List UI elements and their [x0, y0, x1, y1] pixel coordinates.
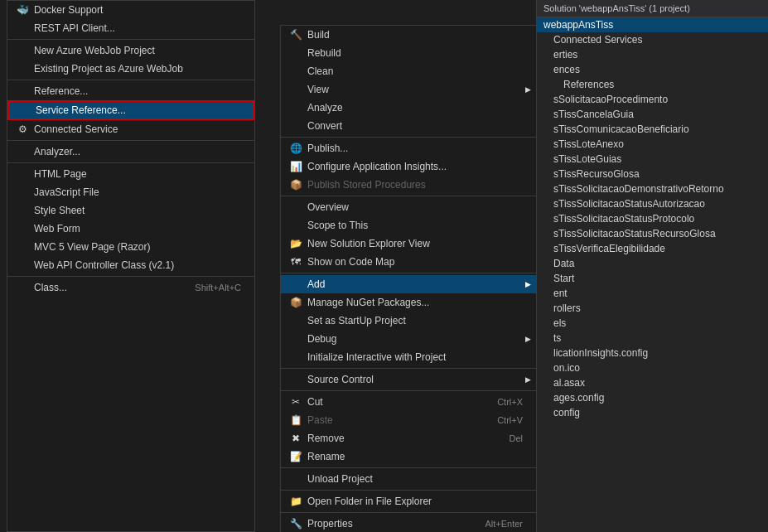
- mid-menu-item-4[interactable]: Analyze: [281, 99, 536, 117]
- mid-shortcut-19: Ctrl+X: [497, 397, 523, 407]
- mid-icon-24: 📁: [287, 496, 304, 507]
- separator-1: [7, 39, 254, 40]
- mid-menu-item-16[interactable]: Debug: [281, 330, 536, 348]
- mid-menu-item-24[interactable]: 📁Open Folder in File Explorer: [281, 492, 536, 510]
- solution-item-7[interactable]: sTissComunicacaoBeneficiario: [537, 122, 768, 137]
- solution-item-5[interactable]: sSolicitacaoProcedimento: [537, 92, 768, 107]
- mid-icon-6: 🌐: [287, 143, 304, 154]
- menu-label-7: Analyzer...: [34, 146, 241, 157]
- solution-item-13[interactable]: sTissSolicitacaoStatusProtocolo: [537, 211, 768, 226]
- solution-item-15[interactable]: sTissVerificaElegibilidade: [537, 241, 768, 256]
- menu-label-14: Class...: [34, 282, 195, 293]
- left-menu-item-13[interactable]: Web API Controller Class (v2.1): [7, 256, 254, 274]
- left-menu-item-2[interactable]: New Azure WebJob Project: [7, 41, 254, 60]
- solution-item-2[interactable]: erties: [537, 47, 768, 62]
- mid-menu-item-18[interactable]: Source Control: [281, 370, 536, 389]
- mid-menu-item-17[interactable]: Initialize Interactive with Project: [281, 348, 536, 366]
- mid-menu-item-19[interactable]: ✂CutCtrl+X: [281, 393, 536, 411]
- project-context-menu: 🔨BuildRebuildCleanViewAnalyzeConvert🌐Pub…: [280, 25, 537, 532]
- mid-icon-14: 📦: [287, 297, 304, 308]
- left-menu-item-4[interactable]: Reference...: [7, 82, 254, 100]
- mid-menu-item-13[interactable]: Add: [281, 275, 536, 293]
- mid-menu-item-9[interactable]: Overview: [281, 198, 536, 216]
- solution-item-12[interactable]: sTissSolicitacaoStatusAutorizacao: [537, 196, 768, 211]
- left-menu-item-10[interactable]: Style Sheet: [7, 201, 254, 220]
- mid-menu-item-5[interactable]: Convert: [281, 117, 536, 135]
- mid-menu-item-8: 📦Publish Stored Procedures: [281, 176, 536, 194]
- mid-label-17: Initialize Interactive with Project: [307, 351, 523, 363]
- mid-menu-item-25[interactable]: 🔧PropertiesAlt+Enter: [281, 515, 536, 532]
- solution-explorer-panel: Solution 'webappAnsTiss' (1 project) web…: [536, 0, 768, 532]
- mid-shortcut-25: Alt+Enter: [485, 519, 523, 529]
- left-menu-item-6[interactable]: ⚙Connected Service: [7, 120, 254, 138]
- left-menu-item-0[interactable]: 🐳Docker Support: [7, 1, 254, 19]
- mid-separator-22: [281, 467, 536, 468]
- mid-menu-item-2[interactable]: Clean: [281, 62, 536, 80]
- mid-icon-20: 📋: [287, 414, 304, 426]
- solution-item-21[interactable]: ts: [537, 331, 768, 346]
- mid-separator-24: [281, 512, 536, 513]
- menu-label-10: Style Sheet: [34, 205, 241, 216]
- separator-6: [7, 140, 254, 141]
- solution-item-20[interactable]: els: [537, 316, 768, 331]
- mid-menu-item-21[interactable]: ✖RemoveDel: [281, 429, 536, 447]
- solution-item-26[interactable]: config: [537, 405, 768, 420]
- mid-separator-18: [281, 390, 536, 391]
- solution-item-17[interactable]: Start: [537, 271, 768, 286]
- solution-item-4[interactable]: References: [537, 77, 768, 92]
- menu-label-9: JavaScript File: [34, 186, 241, 198]
- separator-7: [7, 162, 254, 163]
- mid-menu-item-6[interactable]: 🌐Publish...: [281, 139, 536, 157]
- mid-icon-0: 🔨: [287, 29, 304, 41]
- solution-item-23[interactable]: on.ico: [537, 360, 768, 375]
- mid-label-25: Properties: [307, 518, 485, 530]
- mid-icon-21: ✖: [287, 433, 304, 444]
- solution-item-0[interactable]: webappAnsTiss: [537, 17, 768, 32]
- mid-label-7: Configure Application Insights...: [307, 161, 523, 172]
- solution-item-22[interactable]: licationInsights.config: [537, 346, 768, 360]
- solution-item-24[interactable]: al.asax: [537, 375, 768, 390]
- mid-menu-item-14[interactable]: 📦Manage NuGet Packages...: [281, 293, 536, 312]
- solution-item-16[interactable]: Data: [537, 256, 768, 271]
- left-menu-item-12[interactable]: MVC 5 View Page (Razor): [7, 238, 254, 256]
- menu-label-5: Service Reference...: [36, 104, 239, 116]
- solution-item-8[interactable]: sTissLoteAnexo: [537, 137, 768, 152]
- solution-item-11[interactable]: sTissSolicitacaoDemonstrativoRetorno: [537, 181, 768, 196]
- left-menu-item-11[interactable]: Web Form: [7, 220, 254, 238]
- mid-menu-item-1[interactable]: Rebuild: [281, 44, 536, 62]
- left-menu-item-3[interactable]: Existing Project as Azure WebJob: [7, 60, 254, 78]
- solution-item-14[interactable]: sTissSolicitacaoStatusRecursoGlosa: [537, 226, 768, 241]
- mid-menu-item-12[interactable]: 🗺Show on Code Map: [281, 253, 536, 271]
- mid-icon-25: 🔧: [287, 518, 304, 530]
- mid-menu-item-15[interactable]: Set as StartUp Project: [281, 312, 536, 330]
- mid-menu-item-22[interactable]: 📝Rename: [281, 447, 536, 466]
- solution-item-25[interactable]: ages.config: [537, 390, 768, 405]
- mid-menu-item-23[interactable]: Unload Project: [281, 470, 536, 488]
- solution-item-19[interactable]: rollers: [537, 301, 768, 316]
- mid-menu-item-3[interactable]: View: [281, 80, 536, 99]
- left-menu-item-8[interactable]: HTML Page: [7, 165, 254, 183]
- left-menu-item-14[interactable]: Class...Shift+Alt+C: [7, 278, 254, 297]
- mid-label-19: Cut: [307, 396, 497, 408]
- mid-label-2: Clean: [307, 65, 523, 77]
- menu-label-11: Web Form: [34, 223, 241, 235]
- mid-label-1: Rebuild: [307, 47, 523, 59]
- menu-label-3: Existing Project as Azure WebJob: [34, 63, 241, 75]
- solution-item-10[interactable]: sTissRecursoGlosa: [537, 167, 768, 181]
- mid-label-22: Rename: [307, 451, 523, 462]
- left-menu-item-1[interactable]: REST API Client...: [7, 19, 254, 37]
- solution-item-1[interactable]: Connected Services: [537, 32, 768, 47]
- solution-item-9[interactable]: sTissLoteGuias: [537, 152, 768, 167]
- left-menu-item-5[interactable]: Service Reference...: [7, 100, 254, 120]
- solution-item-18[interactable]: ent: [537, 286, 768, 301]
- solution-item-6[interactable]: sTissCancelaGuia: [537, 107, 768, 122]
- mid-menu-item-7[interactable]: 📊Configure Application Insights...: [281, 157, 536, 176]
- solution-item-3[interactable]: ences: [537, 62, 768, 77]
- left-menu-item-7[interactable]: Analyzer...: [7, 143, 254, 161]
- mid-menu-item-10[interactable]: Scope to This: [281, 216, 536, 235]
- add-submenu: 🐳Docker SupportREST API Client...New Azu…: [7, 0, 255, 532]
- mid-label-8: Publish Stored Procedures: [307, 179, 523, 191]
- left-menu-item-9[interactable]: JavaScript File: [7, 183, 254, 201]
- mid-menu-item-0[interactable]: 🔨Build: [281, 26, 536, 44]
- mid-menu-item-11[interactable]: 📂New Solution Explorer View: [281, 235, 536, 253]
